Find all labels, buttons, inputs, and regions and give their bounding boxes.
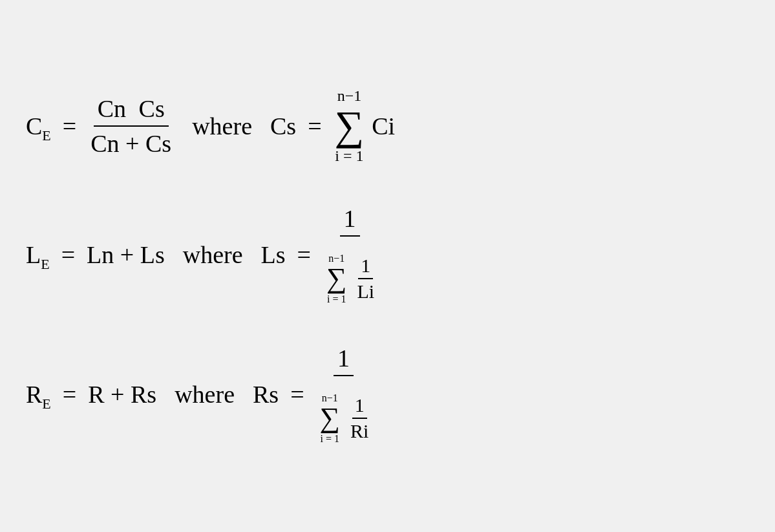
eq3-equals2: = [290, 380, 304, 409]
eq3-equals1: = [63, 380, 76, 409]
eq2-equals2: = [297, 240, 311, 269]
eq1-sigma: n−1 ∑ i = 1 [335, 87, 365, 165]
eq3-big-numerator: 1 [334, 344, 354, 376]
eq1-equals2: = [308, 112, 321, 140]
eq3-sigma-symbol: ∑ [320, 404, 340, 432]
eq2-big-numerator: 1 [340, 204, 360, 237]
eq1-cs: Cs [270, 112, 296, 140]
eq1-where: where [192, 112, 252, 140]
eq2-big-fraction: 1 n−1 ∑ i = 1 1 Li [325, 204, 374, 305]
eq2-lhs: LE [26, 240, 50, 269]
eq3-big-fraction: 1 n−1 ∑ i = 1 1 Ri [319, 344, 369, 445]
eq3-sigma: n−1 ∑ i = 1 [320, 392, 340, 445]
equations-container: CE = Cn Cs Cn + Cs where Cs = n−1 ∑ i = … [26, 87, 749, 445]
eq1-fraction: Cn Cs Cn + Cs [90, 94, 171, 158]
eq3-small-num: 1 [352, 394, 367, 419]
eq2-sigma: n−1 ∑ i = 1 [326, 252, 346, 305]
eq3-sigma-lower: i = 1 [321, 432, 339, 445]
eq1-denominator: Cn + Cs [90, 127, 171, 158]
eq3-big-denominator: n−1 ∑ i = 1 1 Ri [319, 376, 369, 445]
eq3-rs: Rs [253, 380, 279, 409]
eq3-lhs: RE [26, 380, 51, 409]
equation-row-2: LE = Ln + Ls where Ls = 1 n−1 ∑ i = 1 [26, 204, 749, 305]
eq3-where: where [175, 380, 235, 409]
eq2-small-den: Li [357, 279, 374, 303]
eq2-big-denominator: n−1 ∑ i = 1 1 Li [325, 237, 374, 305]
eq1-lhs: CE [26, 112, 51, 140]
eq1-sigma-symbol: ∑ [335, 105, 365, 147]
eq2-sigma-symbol: ∑ [326, 264, 346, 293]
equation-row-3: RE = R + Rs where Rs = 1 n−1 ∑ i = 1 [26, 344, 749, 445]
eq2-ls: Ls [261, 240, 286, 269]
eq1-ci: Ci [372, 112, 395, 140]
eq2-sigma-lower: i = 1 [327, 293, 346, 305]
equation-row-1: CE = Cn Cs Cn + Cs where Cs = n−1 ∑ i = … [26, 87, 749, 165]
eq2-small-num: 1 [358, 255, 373, 279]
eq3-small-den: Ri [350, 419, 368, 442]
eq3-small-fraction: 1 Ri [350, 394, 368, 442]
eq1-sigma-lower: i = 1 [335, 147, 363, 165]
eq2-where: where [183, 240, 243, 269]
eq2-small-fraction: 1 Li [357, 255, 374, 303]
eq3-terms: R + Rs [88, 380, 156, 409]
eq1-equals1: = [63, 112, 76, 140]
eq2-equals1: = [61, 240, 75, 269]
eq1-numerator: Cn Cs [94, 94, 169, 127]
eq2-terms: Ln + Ls [87, 240, 165, 269]
